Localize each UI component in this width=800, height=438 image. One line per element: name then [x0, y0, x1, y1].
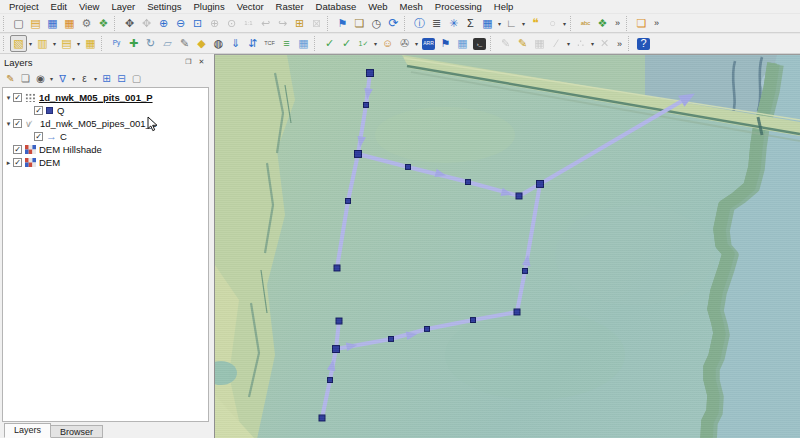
save-project-as-button[interactable]: ▦: [61, 15, 78, 32]
menu-vector[interactable]: Vector: [231, 0, 270, 13]
menu-web[interactable]: Web: [362, 0, 393, 13]
layer-row-c[interactable]: ✓→C: [3, 130, 208, 143]
open-layer-styling-button[interactable]: ✎: [3, 71, 18, 86]
open-attribute-table-dropdown[interactable]: ▾: [496, 20, 503, 27]
measure-dropdown[interactable]: ▾: [520, 20, 527, 27]
animation-tool-button[interactable]: ☺: [379, 35, 396, 52]
layer-label[interactable]: 1d_nwk_M05_pits_001_P: [39, 92, 153, 103]
help-button[interactable]: ?: [635, 35, 652, 52]
python-terminal-button[interactable]: ›_: [471, 35, 488, 52]
tuflow-viewer-button[interactable]: ◍: [210, 35, 227, 52]
select-features-button[interactable]: ▧: [10, 35, 27, 52]
new-spatial-bookmark-button[interactable]: ⚑: [334, 15, 351, 32]
toggle-editing-button[interactable]: ✎: [514, 35, 531, 52]
menu-database[interactable]: Database: [310, 0, 363, 13]
layer-row-1d-nwk-m05-pipes-001-l[interactable]: ▾✓∨∕1d_nwk_M05_pipes_001_L: [3, 117, 208, 130]
digitize-line-dropdown[interactable]: ▾: [565, 40, 572, 47]
layer-label[interactable]: DEM: [39, 157, 60, 168]
temporal-controller-button[interactable]: ◷: [368, 15, 385, 32]
zoom-next-button[interactable]: ↪: [274, 15, 291, 32]
select-features-by-value-dropdown[interactable]: ▾: [51, 40, 58, 47]
layer-visibility-checkbox[interactable]: ✓: [13, 119, 22, 128]
filter-legend-dropdown[interactable]: ▾: [70, 75, 77, 82]
menu-mesh[interactable]: Mesh: [394, 0, 429, 13]
toolbar-overflow-chevron[interactable]: »: [650, 18, 663, 28]
layer-row-dem[interactable]: ▸✓DEM: [3, 156, 208, 169]
increment-layer-button[interactable]: ✚: [125, 35, 142, 52]
layer-label[interactable]: C: [60, 131, 67, 142]
tcf-tool-button[interactable]: TCF: [261, 35, 278, 52]
collapse-all-button[interactable]: ⊟: [114, 71, 129, 86]
add-group-button[interactable]: ❏: [18, 71, 33, 86]
layer-visibility-checkbox[interactable]: ✓: [13, 158, 22, 167]
layer-label[interactable]: 1d_nwk_M05_pipes_001_L: [40, 118, 156, 129]
remove-layer-button[interactable]: ▢: [129, 71, 144, 86]
filter-by-expression-button[interactable]: ε: [77, 71, 92, 86]
grid-tool-button[interactable]: ▦: [454, 35, 471, 52]
filter-legend-button[interactable]: ∇: [55, 71, 70, 86]
expander-icon[interactable]: ▾: [4, 120, 13, 128]
map-tips-button[interactable]: ❝: [527, 15, 544, 32]
measure-button[interactable]: ∟: [503, 15, 520, 32]
menu-help[interactable]: Help: [488, 0, 520, 13]
deselect-features-button[interactable]: ▤: [58, 35, 75, 52]
select-features-dropdown[interactable]: ▾: [27, 40, 34, 47]
expand-all-button[interactable]: ⊞: [99, 71, 114, 86]
pan-map-button[interactable]: ✥: [121, 15, 138, 32]
layer-diagram-button[interactable]: ❖: [594, 15, 611, 32]
identify-features-button[interactable]: ⓘ: [411, 15, 428, 32]
layer-row-1d-nwk-m05-pits-001-p[interactable]: ▾✓1d_nwk_M05_pits_001_P: [3, 91, 208, 104]
open-attribute-table-button[interactable]: ▦: [479, 15, 496, 32]
zoom-in-button[interactable]: ⊕: [155, 15, 172, 32]
map-canvas[interactable]: [214, 54, 800, 438]
manage-map-themes-button[interactable]: ◉: [33, 71, 48, 86]
check-1d-integrity-button[interactable]: ✓: [321, 35, 338, 52]
menu-processing[interactable]: Processing: [429, 0, 488, 13]
layer-label[interactable]: DEM Hillshade: [39, 144, 102, 155]
run-check-dropdown[interactable]: ▾: [372, 40, 379, 47]
layer-label[interactable]: Q: [57, 105, 64, 116]
save-edits-button[interactable]: ▦: [531, 35, 548, 52]
locator-search-button[interactable]: ○: [544, 15, 561, 32]
new-3d-map-view-button[interactable]: ⊠: [308, 15, 325, 32]
expander-icon[interactable]: ▸: [4, 159, 13, 167]
copy-style-button[interactable]: ▱: [159, 35, 176, 52]
run-check-button[interactable]: 1✓: [355, 35, 372, 52]
menu-layer[interactable]: Layer: [105, 0, 141, 13]
3d-block-tool-button[interactable]: ◆: [193, 35, 210, 52]
editor-settings-button[interactable]: ✎: [176, 35, 193, 52]
menu-edit[interactable]: Edit: [45, 0, 73, 13]
pan-to-selection-button[interactable]: ✥: [138, 15, 155, 32]
manage-map-themes-dropdown[interactable]: ▾: [48, 75, 55, 82]
reload-data-button[interactable]: ⇵: [244, 35, 261, 52]
elevation-tool-button[interactable]: ≡: [278, 35, 295, 52]
statistical-summary-button[interactable]: ≣: [428, 15, 445, 32]
refresh-tools-button[interactable]: ↻: [142, 35, 159, 52]
deselect-features-dropdown[interactable]: ▾: [75, 40, 82, 47]
layer-visibility-checkbox[interactable]: ✓: [13, 145, 22, 154]
menu-view[interactable]: View: [73, 0, 105, 13]
menu-project[interactable]: Project: [3, 0, 45, 13]
zoom-full-button[interactable]: ⊡: [189, 15, 206, 32]
attachment-tool-dropdown[interactable]: ▾: [413, 40, 420, 47]
refresh-map-button[interactable]: ⟳: [385, 15, 402, 32]
arr-tool-button[interactable]: ARR: [420, 35, 437, 52]
float-panel-button[interactable]: ❐: [183, 57, 194, 67]
digitize-line-button[interactable]: ∕: [548, 35, 565, 52]
layer-visibility-checkbox[interactable]: ✓: [34, 106, 43, 115]
zoom-last-button[interactable]: ↩: [257, 15, 274, 32]
close-panel-button[interactable]: ✕: [196, 57, 207, 67]
import-model-button[interactable]: ⇓: [227, 35, 244, 52]
show-bookmarks-button[interactable]: ❏: [351, 15, 368, 32]
toolbar-overflow-chevron[interactable]: »: [613, 39, 626, 49]
zoom-out-button[interactable]: ⊖: [172, 15, 189, 32]
zoom-to-layer-button[interactable]: ⊙: [223, 15, 240, 32]
layer-row-q[interactable]: ✓Q: [3, 104, 208, 117]
check-inputs-button[interactable]: ✓: [338, 35, 355, 52]
layer-labeling-button[interactable]: abc: [577, 15, 594, 32]
dock-tab-browser[interactable]: Browser: [51, 425, 103, 438]
vertex-tool-button[interactable]: ∴: [572, 35, 589, 52]
vertex-tool-dropdown[interactable]: ▾: [589, 40, 596, 47]
new-map-view-button[interactable]: ⊞: [291, 15, 308, 32]
python-console-button[interactable]: Py: [108, 35, 125, 52]
